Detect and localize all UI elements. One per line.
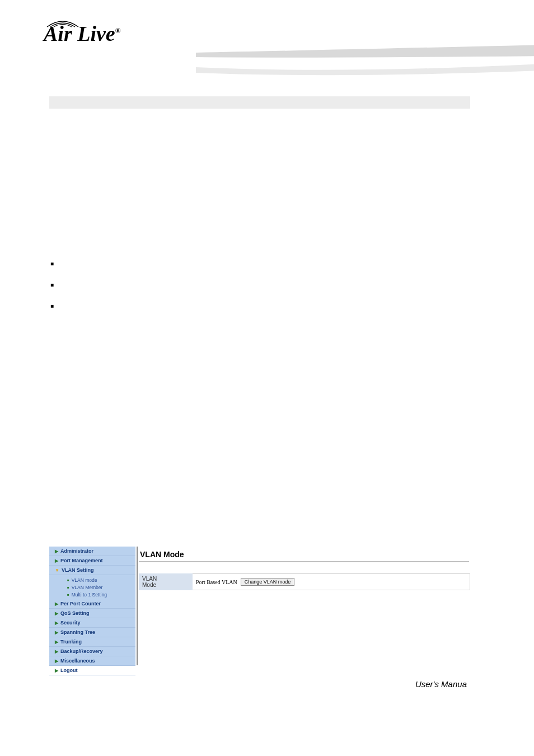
bullet-list — [50, 258, 54, 321]
sidebar-item-logout[interactable]: ▶ Logout — [49, 666, 135, 675]
vlan-mode-label: VLAN Mode — [139, 573, 193, 590]
chevron-right-icon: ▶ — [55, 668, 58, 673]
chevron-right-icon: ▶ — [55, 611, 58, 616]
sidebar-item-per-port-counter[interactable]: ▶ Per Port Counter — [49, 599, 135, 609]
sidebar-subitem-vlan-member[interactable]: VLAN Member — [67, 584, 135, 591]
section-heading-bar — [49, 96, 470, 109]
bullet-item — [50, 279, 54, 289]
header-swoosh-decoration — [196, 45, 534, 78]
sidebar-item-label: Administrator — [60, 548, 93, 554]
sidebar-item-label: Backup/Recovery — [60, 648, 103, 654]
sidebar-item-label: Miscellaneous — [60, 658, 95, 664]
sidebar-item-label: Per Port Counter — [60, 601, 101, 606]
sidebar-item-label: VLAN Setting — [62, 567, 94, 573]
sidebar-item-security[interactable]: ▶ Security — [49, 618, 135, 628]
sidebar-item-backup-recovery[interactable]: ▶ Backup/Recovery — [49, 647, 135, 656]
footer-text: User's Manua — [415, 679, 467, 689]
sidebar-item-label: Security — [60, 620, 81, 626]
sidebar-item-label: Trunking — [60, 639, 82, 645]
main-panel: VLAN Mode VLAN Mode Port Based VLAN Chan… — [137, 547, 470, 665]
brand-name: Air Live — [44, 22, 115, 45]
sidebar-subitems: VLAN mode VLAN Member Multi to 1 Setting — [49, 575, 135, 599]
bullet-item — [50, 258, 54, 268]
chevron-down-icon: ▼ — [55, 568, 59, 573]
chevron-right-icon: ▶ — [55, 549, 58, 554]
brand-logo: Air Live® — [44, 21, 150, 54]
page-title: VLAN Mode — [138, 547, 470, 561]
sidebar-item-miscellaneous[interactable]: ▶ Miscellaneous — [49, 656, 135, 666]
sidebar-item-vlan-setting[interactable]: ▼ VLAN Setting — [49, 566, 135, 575]
embedded-admin-ui: ▶ Administrator ▶ Port Management ▼ VLAN… — [49, 547, 470, 665]
chevron-right-icon: ▶ — [55, 601, 58, 606]
sidebar-subitem-multi-to-1[interactable]: Multi to 1 Setting — [67, 591, 135, 598]
change-vlan-mode-button[interactable]: Change VLAN mode — [241, 578, 295, 586]
divider — [139, 561, 469, 562]
sidebar: ▶ Administrator ▶ Port Management ▼ VLAN… — [49, 547, 135, 665]
vlan-mode-value: Port Based VLAN — [196, 579, 237, 585]
chevron-right-icon: ▶ — [55, 630, 58, 635]
sidebar-item-qos-setting[interactable]: ▶ QoS Setting — [49, 609, 135, 618]
sidebar-item-label: Logout — [60, 668, 78, 673]
chevron-right-icon: ▶ — [55, 649, 58, 654]
sidebar-item-trunking[interactable]: ▶ Trunking — [49, 637, 135, 647]
sidebar-subitem-label: Multi to 1 Setting — [72, 592, 107, 598]
sidebar-item-label: Spanning Tree — [60, 629, 95, 635]
registered-mark: ® — [115, 26, 121, 35]
sidebar-subitem-label: VLAN Member — [72, 585, 103, 590]
chevron-right-icon: ▶ — [55, 558, 58, 563]
vlan-mode-row: VLAN Mode Port Based VLAN Change VLAN mo… — [139, 573, 470, 590]
sidebar-item-label: Port Management — [60, 558, 103, 563]
chevron-right-icon: ▶ — [55, 640, 58, 645]
sidebar-item-administrator[interactable]: ▶ Administrator — [49, 547, 135, 556]
sidebar-subitem-label: VLAN mode — [72, 577, 97, 583]
sidebar-item-spanning-tree[interactable]: ▶ Spanning Tree — [49, 628, 135, 637]
sidebar-item-label: QoS Setting — [60, 610, 90, 616]
sidebar-subitem-vlan-mode[interactable]: VLAN mode — [67, 576, 135, 584]
vlan-mode-value-cell: Port Based VLAN Change VLAN mode — [193, 573, 470, 590]
sidebar-item-port-management[interactable]: ▶ Port Management — [49, 556, 135, 566]
chevron-right-icon: ▶ — [55, 620, 58, 626]
chevron-right-icon: ▶ — [55, 659, 58, 664]
bullet-item — [50, 300, 54, 310]
